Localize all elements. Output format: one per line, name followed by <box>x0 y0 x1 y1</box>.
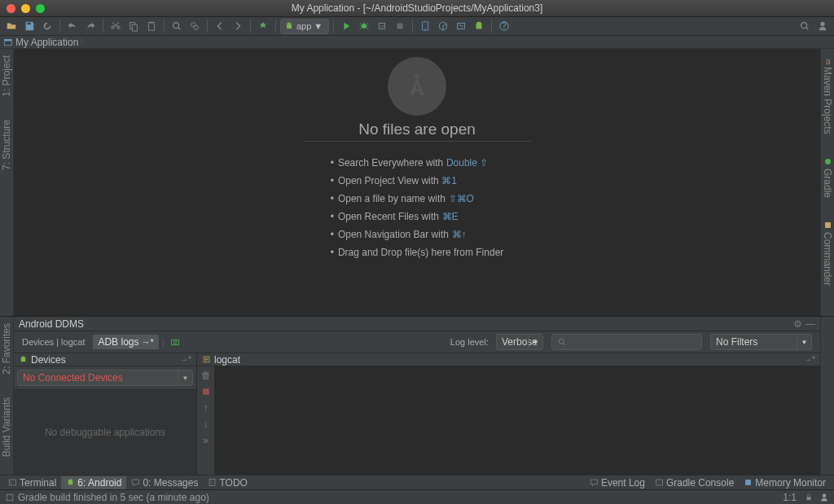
tab-project[interactable]: 1: Project <box>1 52 12 100</box>
end-icon[interactable]: » <box>200 434 213 447</box>
tab-todo[interactable]: TODO <box>203 476 252 489</box>
android-icon <box>284 21 294 31</box>
toolbar-divider <box>491 20 492 33</box>
scroll-down-icon[interactable]: ↓ <box>200 418 213 431</box>
tab-gradle[interactable]: Gradle <box>822 154 833 201</box>
collapse-icon[interactable]: →* <box>180 355 191 364</box>
tab-favorites[interactable]: 2: Favorites <box>1 320 12 378</box>
lock-icon[interactable] <box>805 493 813 502</box>
tab-structure[interactable]: 7: Structure <box>1 116 12 173</box>
toolbar-divider <box>103 20 103 33</box>
toolbar-divider <box>412 20 413 33</box>
make-project-icon[interactable] <box>255 18 271 34</box>
status-message: Gradle build finished in 5 sec (a minute… <box>18 492 209 503</box>
close-window-button[interactable] <box>7 4 15 13</box>
android-monitor-icon[interactable] <box>471 18 487 34</box>
svg-rect-4 <box>150 22 153 24</box>
inspector-icon[interactable] <box>819 493 829 502</box>
minimize-window-button[interactable] <box>21 4 30 13</box>
tab-devices-logcat[interactable]: Devices | logcat <box>17 335 90 348</box>
logcat-output[interactable] <box>215 366 820 475</box>
filter-dropdown[interactable]: No Filters▼ <box>710 334 812 350</box>
log-level-dropdown[interactable]: Verbose▼ <box>496 334 543 350</box>
open-icon[interactable] <box>3 18 20 34</box>
back-icon[interactable] <box>212 18 228 34</box>
tab-terminal[interactable]: Terminal <box>3 476 61 489</box>
zoom-window-button[interactable] <box>36 4 45 13</box>
save-icon[interactable] <box>21 18 37 34</box>
svg-rect-12 <box>397 24 403 29</box>
tab-build-variants[interactable]: Build Variants <box>1 394 12 460</box>
logcat-search-input[interactable] <box>551 334 702 350</box>
window-title: My Application - [~/AndroidStudioProject… <box>292 2 543 14</box>
event-log-icon <box>590 478 599 487</box>
hint-item: •Search Everywhere with Double ⇧ <box>331 156 504 169</box>
scroll-up-icon[interactable]: ↑ <box>200 401 213 414</box>
svg-point-37 <box>823 493 827 497</box>
attach-debugger-icon[interactable] <box>374 18 390 34</box>
toolbar-divider <box>59 20 60 33</box>
svg-rect-21 <box>5 39 12 41</box>
forward-icon[interactable] <box>230 18 246 34</box>
wrap-icon[interactable] <box>200 385 213 398</box>
gradle-icon <box>655 478 664 487</box>
find-icon[interactable] <box>169 18 185 34</box>
paste-icon[interactable] <box>143 18 160 34</box>
collapse-icon[interactable]: →* <box>804 355 815 364</box>
tab-gradle-console[interactable]: Gradle Console <box>650 476 739 489</box>
cut-icon[interactable] <box>108 18 124 34</box>
svg-rect-25 <box>825 222 831 228</box>
tab-event-log[interactable]: Event Log <box>585 476 650 489</box>
clear-log-icon[interactable]: 🗑 <box>200 369 213 382</box>
search-everywhere-icon[interactable] <box>797 18 813 34</box>
sync-icon[interactable] <box>39 18 55 34</box>
hint-item: •Open Project View with ⌘1 <box>331 174 504 186</box>
svg-rect-31 <box>9 480 15 485</box>
undo-icon[interactable] <box>64 18 81 34</box>
svg-rect-35 <box>7 494 13 501</box>
hide-icon[interactable]: — <box>805 318 815 330</box>
device-selector[interactable]: No Connected Devices ▼ <box>17 370 193 386</box>
toolbar-divider <box>275 20 276 33</box>
breadcrumb[interactable]: My Application 〉 <box>0 36 834 49</box>
svg-point-19 <box>820 22 824 26</box>
user-icon[interactable] <box>814 18 831 34</box>
avd-manager-icon[interactable] <box>417 18 433 34</box>
svg-rect-0 <box>27 23 30 25</box>
help-icon[interactable]: ? <box>496 18 512 34</box>
log-level-label: Log level: <box>450 337 489 347</box>
tab-memory-monitor[interactable]: Memory Monitor <box>739 476 831 489</box>
run-config-selector[interactable]: app ▼ <box>280 19 329 34</box>
tab-commander[interactable]: Commander <box>822 217 833 289</box>
android-icon <box>19 355 28 364</box>
sdk-manager-icon[interactable] <box>435 18 451 34</box>
redo-icon[interactable] <box>82 18 99 34</box>
toolbar-divider <box>164 20 165 33</box>
status-icon[interactable] <box>5 493 15 502</box>
tab-adb-logs[interactable]: ADB logs →* <box>93 335 158 349</box>
copy-icon[interactable] <box>125 18 142 34</box>
gear-icon[interactable]: ⚙ <box>793 318 802 330</box>
stop-icon[interactable] <box>392 18 408 34</box>
svg-point-24 <box>825 159 831 164</box>
chevron-right-icon: 〉 <box>80 37 87 47</box>
cursor-position[interactable]: 1:1 <box>783 492 797 503</box>
devices-empty-message: No debuggable applications <box>14 390 196 475</box>
logcat-panel: logcat →* 🗑 ↑ ↓ » <box>197 353 820 475</box>
android-icon <box>66 478 75 487</box>
ddms-icon[interactable] <box>453 18 469 34</box>
svg-point-7 <box>194 25 198 29</box>
tab-android[interactable]: 6: Android <box>61 476 126 489</box>
tab-maven[interactable]: mMaven Projects <box>822 52 833 138</box>
svg-rect-36 <box>807 497 811 500</box>
replace-icon[interactable] <box>187 18 203 34</box>
screenshot-icon[interactable] <box>168 335 182 349</box>
empty-title: No files are open <box>303 121 531 142</box>
run-config-label: app <box>296 21 311 31</box>
hint-item: •Drag and Drop file(s) here from Finder <box>331 246 504 258</box>
debug-icon[interactable] <box>356 18 372 34</box>
tab-messages[interactable]: 0: Messages <box>126 476 203 489</box>
run-icon[interactable] <box>338 18 354 34</box>
project-icon <box>3 37 13 47</box>
logcat-header-label: logcat <box>214 354 240 366</box>
